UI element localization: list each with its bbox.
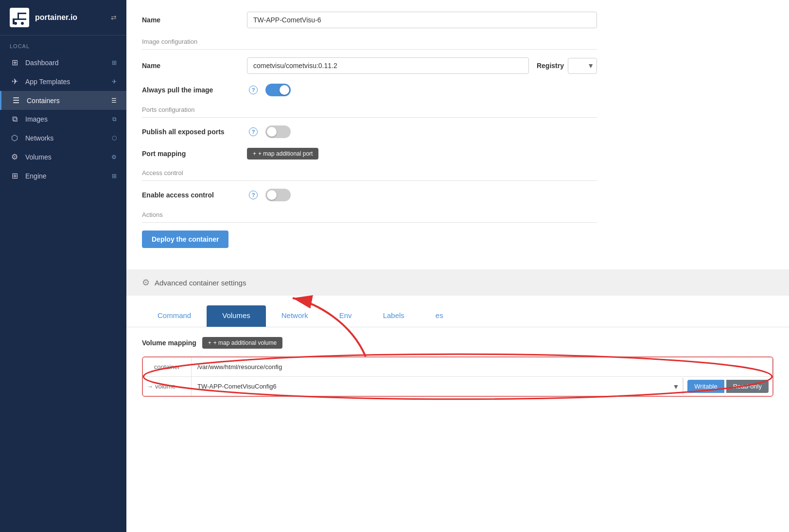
dashboard-ext-icon: ⊞ (112, 59, 117, 66)
transfer-icon[interactable]: ⇄ (111, 14, 117, 21)
volume-row-actions: Writable Read-only (684, 380, 772, 393)
image-name-row: Name Registry ▼ (142, 57, 597, 74)
advanced-settings-label: Advanced container settings (155, 279, 246, 287)
portainer-logo (10, 8, 29, 27)
registry-select[interactable] (568, 58, 597, 74)
always-pull-help-icon[interactable]: ? (249, 86, 258, 94)
dashboard-icon: ⊞ (10, 58, 19, 67)
plus-volume-icon: + (208, 339, 211, 346)
networks-icon: ⬡ (10, 133, 19, 142)
image-name-input[interactable] (247, 57, 529, 74)
always-pull-row: Always pull the image ? (142, 84, 597, 96)
volumes-ext-icon: ⚙ (111, 154, 117, 160)
port-mapping-row: Port mapping + + map additional port (142, 148, 597, 160)
always-pull-label: Always pull the image (142, 86, 239, 94)
svg-point-5 (21, 22, 24, 25)
sidebar-item-label: Networks (25, 134, 53, 142)
image-config-header: Image configuration (142, 38, 597, 50)
container-name-label: Name (142, 16, 239, 24)
container-path-input[interactable] (192, 358, 772, 375)
ports-config-header: Ports configuration (142, 106, 597, 118)
port-mapping-label: Port mapping (142, 150, 239, 158)
sidebar-item-images[interactable]: ⧉ Images ⧉ (0, 110, 126, 128)
sidebar-item-app-templates[interactable]: ✈ App Templates ✈ (0, 72, 126, 91)
engine-icon: ⊞ (10, 171, 19, 180)
tab-labels[interactable]: Labels (368, 305, 420, 327)
app-templates-icon: ✈ (10, 77, 19, 86)
containers-icon: ☰ (11, 96, 21, 105)
sidebar-item-engine[interactable]: ⊞ Engine ⊞ (0, 166, 126, 185)
sidebar-item-containers[interactable]: ☰ Containers ☰ (0, 91, 126, 110)
advanced-settings-section: ⚙ Advanced container settings (126, 269, 789, 296)
image-name-label: Name (142, 62, 239, 70)
sidebar-item-volumes[interactable]: ⚙ Volumes ⚙ (0, 147, 126, 166)
images-icon: ⧉ (10, 115, 19, 124)
container-form: Name Image configuration Name Registry ▼… (126, 0, 613, 269)
brand-name: portainer.io (35, 13, 77, 22)
engine-ext-icon: ⊞ (112, 173, 117, 179)
images-ext-icon: ⧉ (112, 116, 117, 123)
registry-label: Registry (537, 62, 564, 70)
publish-ports-help-icon[interactable]: ? (249, 127, 258, 136)
plus-icon: + (253, 150, 256, 157)
table-row: → volume TW-APP-CometVisuConfig6 ▼ Writa… (143, 377, 772, 396)
sidebar-item-networks[interactable]: ⬡ Networks ⬡ (0, 128, 126, 147)
volume-label: volume (155, 383, 175, 390)
volume-mapping-section: Volume mapping + + map additional volume… (126, 327, 789, 408)
deploy-row: Deploy the container (142, 231, 597, 248)
container-name-row: Name (142, 12, 597, 28)
tab-env[interactable]: Env (324, 305, 368, 327)
table-row: container (143, 357, 772, 377)
sidebar-item-label: Engine (25, 172, 47, 180)
sidebar-item-label: Images (25, 115, 48, 123)
tab-volumes[interactable]: Volumes (207, 305, 266, 327)
container-name-input[interactable] (247, 12, 597, 28)
app-templates-ext-icon: ✈ (112, 78, 117, 85)
sidebar-item-dashboard[interactable]: ⊞ Dashboard ⊞ (0, 53, 126, 72)
actions-header: Actions (142, 211, 597, 223)
svg-rect-1 (13, 18, 26, 20)
deploy-container-button[interactable]: Deploy the container (142, 231, 228, 248)
writable-button[interactable]: Writable (687, 380, 724, 393)
volume-type-label: → volume (143, 377, 192, 396)
publish-ports-toggle[interactable] (265, 125, 291, 138)
publish-ports-row: Publish all exposed ports ? (142, 125, 597, 138)
sidebar: portainer.io ⇄ LOCAL ⊞ Dashboard ⊞ ✈ App… (0, 0, 126, 532)
volume-select[interactable]: TW-APP-CometVisuConfig6 (192, 378, 683, 395)
volume-mapping-header: Volume mapping + + map additional volume (142, 337, 773, 349)
sidebar-item-label: Volumes (25, 153, 52, 161)
tab-network[interactable]: Network (266, 305, 324, 327)
volume-table: container → volume TW-APP-CometVisuConfi… (142, 356, 773, 397)
sidebar-item-label: Dashboard (25, 59, 59, 67)
volumes-icon: ⚙ (10, 152, 19, 161)
svg-point-4 (14, 22, 17, 25)
enable-access-help-icon[interactable]: ? (249, 191, 258, 199)
sidebar-item-label: Containers (27, 97, 60, 105)
enable-access-toggle[interactable] (265, 189, 291, 201)
enable-access-row: Enable access control ? (142, 189, 597, 201)
volume-mapping-title: Volume mapping (142, 339, 196, 347)
env-label: LOCAL (0, 39, 126, 53)
registry-group: Registry ▼ (537, 58, 597, 74)
publish-ports-label: Publish all exposed ports (142, 128, 239, 136)
networks-ext-icon: ⬡ (112, 135, 117, 142)
volume-type-label: container (143, 357, 192, 376)
arrow-right-icon: → (147, 383, 153, 390)
svg-rect-3 (18, 13, 26, 14)
enable-access-label: Enable access control (142, 191, 239, 199)
always-pull-toggle[interactable] (265, 84, 291, 96)
volume-select-container: TW-APP-CometVisuConfig6 ▼ (192, 378, 684, 395)
sidebar-header: portainer.io ⇄ (0, 0, 126, 35)
readonly-button[interactable]: Read-only (726, 380, 769, 393)
map-additional-port-button[interactable]: + + map additional port (247, 148, 318, 160)
tab-command[interactable]: Command (142, 305, 207, 327)
main-content: Name Image configuration Name Registry ▼… (126, 0, 789, 532)
volume-table-container: container → volume TW-APP-CometVisuConfi… (142, 356, 773, 397)
map-additional-volume-button[interactable]: + + map additional volume (202, 337, 282, 349)
sidebar-item-label: App Templates (25, 78, 70, 86)
access-control-header: Access control (142, 169, 597, 181)
advanced-tabs-bar: Command Volumes Network Env Labels es (126, 296, 789, 327)
gear-icon: ⚙ (142, 277, 150, 288)
tab-restart[interactable]: es (420, 305, 459, 327)
containers-ext-icon: ☰ (111, 97, 117, 104)
